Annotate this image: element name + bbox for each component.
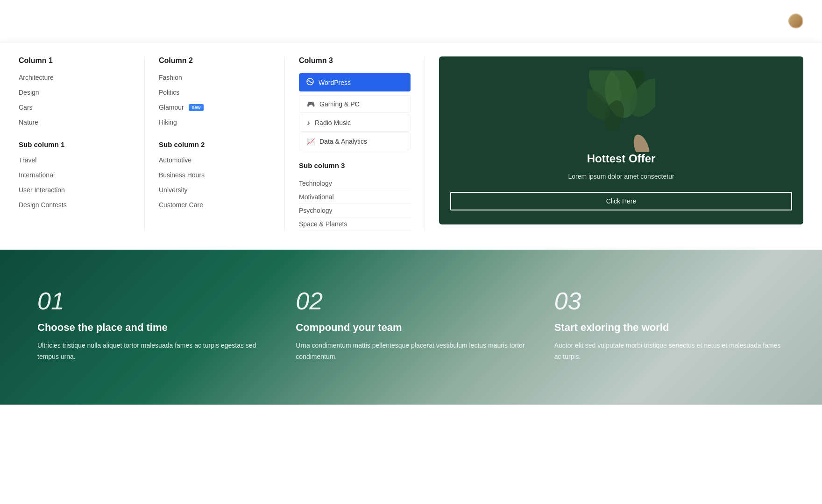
list-item[interactable]: Business Hours <box>159 171 270 179</box>
list-item[interactable]: Customer Care <box>159 201 270 209</box>
list-item[interactable]: Nature <box>19 118 130 126</box>
navbar: ⌂ HOME BLOG ABOUT US CONTACT MEGAMENU ▾ <box>0 0 822 42</box>
step3-text: Auctor elit sed vulputate morbi tristiqu… <box>554 340 785 363</box>
offer-leaves-decoration <box>587 70 655 152</box>
col3-analytics-item[interactable]: 📈 Data & Analytics <box>299 133 411 150</box>
nav-megamenu[interactable]: MEGAMENU ▾ <box>716 18 759 25</box>
hero-step-2: 02 Compound your team Urna condimentum m… <box>296 287 526 363</box>
step3-number: 03 <box>554 287 785 315</box>
nav-links: ⌂ HOME BLOG ABOUT US CONTACT MEGAMENU ▾ <box>539 17 759 25</box>
col3-wp-item[interactable]: WordPress <box>299 73 411 91</box>
list-item[interactable]: Glamour new <box>159 103 270 112</box>
col1-link-architecture[interactable]: Architecture <box>19 74 54 81</box>
svg-point-10 <box>631 133 652 152</box>
hero-section: 01 Choose the place and time Ultricies t… <box>0 250 822 405</box>
avatar[interactable] <box>788 14 803 28</box>
nav-about-link[interactable]: ABOUT US <box>617 18 651 25</box>
list-item[interactable]: Travel <box>19 156 130 164</box>
nav-contact-link[interactable]: CONTACT <box>668 18 699 25</box>
col1-sub-title: Sub column 1 <box>19 140 130 148</box>
nav-home-link[interactable]: ⌂ HOME <box>539 18 565 25</box>
nav-about[interactable]: ABOUT US <box>617 17 651 25</box>
step2-title: Compound your team <box>296 322 526 334</box>
megamenu-panel: Column 1 Architecture Design Cars Nature… <box>0 42 822 250</box>
home-icon: ⌂ <box>539 18 542 25</box>
list-item[interactable]: University <box>159 186 270 194</box>
col3-items: 🎮 Gaming & PC ♪ Radio Music 📈 Data & Ana… <box>299 95 411 150</box>
col2-sub-link-customer-care[interactable]: Customer Care <box>159 201 203 209</box>
step2-number: 02 <box>296 287 526 315</box>
nav-divider <box>763 14 763 28</box>
list-item[interactable]: Fashion <box>159 73 270 82</box>
step1-text: Ultricies tristique nulla aliquet tortor… <box>37 340 268 363</box>
col2-link-glamour[interactable]: Glamour <box>159 104 184 111</box>
hero-step-3: 03 Start exloring the world Auctor elit … <box>554 287 785 363</box>
col2-title: Column 2 <box>159 56 270 65</box>
list-item[interactable]: Technology <box>299 177 411 190</box>
list-item[interactable]: Cars <box>19 103 130 112</box>
nav-home[interactable]: ⌂ HOME <box>539 17 565 25</box>
col1-title: Column 1 <box>19 56 130 65</box>
col1-sub-link-user-interaction[interactable]: User Interaction <box>19 186 65 194</box>
list-item[interactable]: Politics <box>159 88 270 97</box>
list-item[interactable]: Motivational <box>299 190 411 204</box>
col1-link-nature[interactable]: Nature <box>19 119 38 126</box>
logo[interactable] <box>19 8 44 34</box>
col2-sub-link-university[interactable]: University <box>159 186 187 194</box>
col2-sub-items: Automotive Business Hours University Cus… <box>159 156 270 209</box>
list-item[interactable]: User Interaction <box>19 186 130 194</box>
nav-blog-link[interactable]: BLOG <box>582 18 601 25</box>
col3-gaming-item[interactable]: 🎮 Gaming & PC <box>299 95 411 113</box>
dropdown-col2: Column 2 Fashion Politics Glamour new Hi… <box>159 56 285 231</box>
dropdown-col1: Column 1 Architecture Design Cars Nature… <box>19 56 145 231</box>
col1-sub-link-travel[interactable]: Travel <box>19 156 36 164</box>
offer-button[interactable]: Click Here <box>450 192 792 210</box>
col1-sub-items: Travel International User Interaction De… <box>19 156 130 209</box>
col3-sub-items: Technology Motivational Psychology Space… <box>299 177 411 231</box>
chart-icon: 📈 <box>307 138 315 145</box>
hero-step-1: 01 Choose the place and time Ultricies t… <box>37 287 268 363</box>
col1-link-design[interactable]: Design <box>19 89 39 96</box>
step1-number: 01 <box>37 287 268 315</box>
col2-sub-title: Sub column 2 <box>159 140 270 148</box>
col3-sub-title: Sub column 3 <box>299 161 411 169</box>
music-icon: ♪ <box>307 119 310 126</box>
nav-blog[interactable]: BLOG <box>582 17 601 25</box>
dropdown-offer-col: Hottest Offer Lorem ipsum dolor amet con… <box>439 56 803 231</box>
list-item[interactable]: International <box>19 171 130 179</box>
list-item[interactable]: Design <box>19 88 130 97</box>
col2-link-hiking[interactable]: Hiking <box>159 119 177 126</box>
col2-sub-link-automotive[interactable]: Automotive <box>159 156 191 164</box>
col2-link-fashion[interactable]: Fashion <box>159 74 182 81</box>
step3-title: Start exloring the world <box>554 322 785 334</box>
col1-sub-link-international[interactable]: International <box>19 171 55 179</box>
col2-sub-link-business[interactable]: Business Hours <box>159 171 205 179</box>
list-item[interactable]: Psychology <box>299 204 411 217</box>
wordpress-icon <box>306 78 314 87</box>
col1-items: Architecture Design Cars Nature <box>19 73 130 126</box>
list-item[interactable]: Space & Planets <box>299 217 411 231</box>
offer-title: Hottest Offer <box>587 152 656 165</box>
col3-music-item[interactable]: ♪ Radio Music <box>299 114 411 132</box>
new-badge: new <box>189 104 203 111</box>
nav-icons <box>772 14 803 28</box>
offer-card: Hottest Offer Lorem ipsum dolor amet con… <box>439 56 803 224</box>
list-item[interactable]: Automotive <box>159 156 270 164</box>
dropdown-col3: Column 3 WordPress 🎮 Gaming & PC ♪ Radio… <box>299 56 425 231</box>
nav-contact[interactable]: CONTACT <box>668 17 699 25</box>
offer-subtitle: Lorem ipsum dolor amet consectetur <box>568 172 674 182</box>
svg-line-2 <box>778 21 780 23</box>
gamepad-icon: 🎮 <box>307 100 315 108</box>
col2-items: Fashion Politics Glamour new Hiking <box>159 73 270 126</box>
col1-link-cars[interactable]: Cars <box>19 104 33 111</box>
step1-title: Choose the place and time <box>37 322 268 334</box>
col2-link-politics[interactable]: Politics <box>159 89 179 96</box>
list-item[interactable]: Hiking <box>159 118 270 126</box>
list-item[interactable]: Design Contests <box>19 201 130 209</box>
col3-title: Column 3 <box>299 56 411 65</box>
search-icon[interactable] <box>772 16 781 27</box>
chevron-down-icon: ▾ <box>756 18 759 25</box>
col1-sub-link-design-contests[interactable]: Design Contests <box>19 201 67 209</box>
nav-megamenu-link[interactable]: MEGAMENU ▾ <box>716 18 759 25</box>
list-item[interactable]: Architecture <box>19 73 130 82</box>
